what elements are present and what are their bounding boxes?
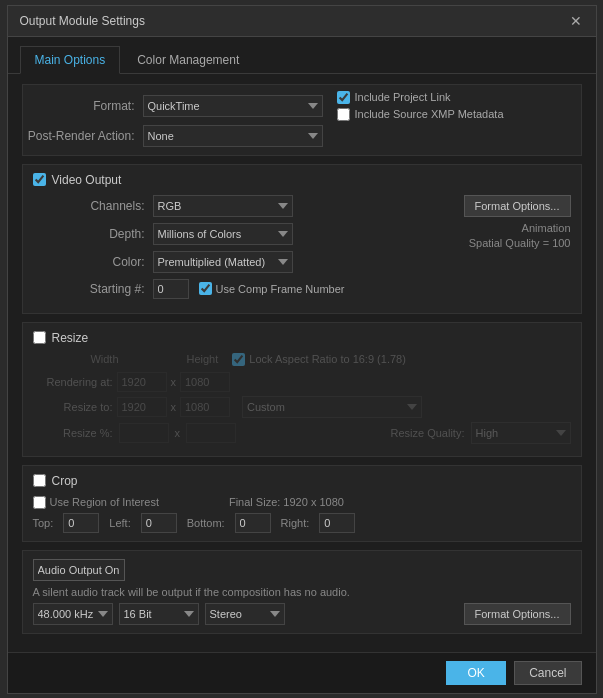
- format-row: Format: QuickTime Include Project Link I…: [23, 91, 581, 121]
- channels-row: Channels: RGB: [33, 195, 411, 217]
- dialog-footer: OK Cancel: [8, 652, 596, 693]
- lock-aspect-label: Lock Aspect Ratio to 16:9 (1.78): [249, 353, 406, 365]
- resize-pct-h-input[interactable]: [186, 423, 236, 443]
- post-render-row: Post-Render Action: None: [23, 125, 581, 147]
- cancel-button[interactable]: Cancel: [514, 661, 581, 685]
- content-area: Format: QuickTime Include Project Link I…: [8, 74, 596, 652]
- format-label: Format:: [23, 99, 143, 113]
- use-comp-frame-label: Use Comp Frame Number: [216, 283, 345, 295]
- audio-format-options-button[interactable]: Format Options...: [464, 603, 571, 625]
- resize-pct-w-input[interactable]: [119, 423, 169, 443]
- use-roi-checkbox[interactable]: [33, 496, 46, 509]
- close-button[interactable]: ✕: [568, 14, 584, 28]
- include-source-xmp-checkbox[interactable]: [337, 108, 350, 121]
- height-label: Height: [187, 353, 219, 365]
- tab-main-options[interactable]: Main Options: [20, 46, 121, 74]
- post-render-select[interactable]: None: [143, 125, 323, 147]
- resize-quality-row: Resize %: x Resize Quality: High: [33, 422, 571, 444]
- channels-select-audio[interactable]: Stereo: [205, 603, 285, 625]
- resize-to-label: Resize to:: [33, 401, 113, 413]
- crop-values-row: Top: Left: Bottom: Right:: [33, 513, 571, 533]
- top-input[interactable]: [63, 513, 99, 533]
- audio-section: Audio Output On A silent audio track wil…: [22, 550, 582, 634]
- dialog-window: Output Module Settings ✕ Main Options Co…: [7, 5, 597, 694]
- color-row: Color: Premultiplied (Matted): [33, 251, 411, 273]
- resize-to-row: Resize to: x Custom: [33, 396, 571, 418]
- starting-input[interactable]: [153, 279, 189, 299]
- width-label: Width: [43, 353, 123, 365]
- resize-quality-select[interactable]: High: [471, 422, 571, 444]
- audio-header: Audio Output On: [33, 559, 571, 581]
- crop-header: Crop: [33, 474, 571, 488]
- resize-label: Resize: [52, 331, 89, 345]
- final-size-label: Final Size: 1920 x 1080: [229, 496, 344, 508]
- x-label-2: x: [171, 401, 177, 413]
- audio-note: A silent audio track will be output if t…: [33, 586, 571, 598]
- resize-section: Resize Width Height Lock Aspect Ratio to…: [22, 322, 582, 457]
- video-output-checkbox[interactable]: [33, 173, 46, 186]
- audio-output-select[interactable]: Audio Output On: [33, 559, 125, 581]
- use-comp-frame-checkbox[interactable]: [199, 282, 212, 295]
- crop-section: Crop Use Region of Interest Final Size: …: [22, 465, 582, 542]
- starting-label: Starting #:: [33, 282, 153, 296]
- resize-checkbox[interactable]: [33, 331, 46, 344]
- include-project-link-row: Include Project Link: [337, 91, 504, 104]
- ok-button[interactable]: OK: [446, 661, 506, 685]
- top-section: Format: QuickTime Include Project Link I…: [22, 84, 582, 156]
- sample-rate-select[interactable]: 48.000 kHz: [33, 603, 113, 625]
- right-label: Right:: [281, 517, 310, 529]
- bit-depth-select[interactable]: 16 Bit: [119, 603, 199, 625]
- tabs-container: Main Options Color Management: [8, 37, 596, 74]
- resize-to-w-input[interactable]: [117, 397, 167, 417]
- color-label: Color:: [33, 255, 153, 269]
- resize-to-h-input[interactable]: [180, 397, 230, 417]
- depth-row: Depth: Millions of Colors: [33, 223, 411, 245]
- right-checks: Include Project Link Include Source XMP …: [337, 91, 504, 121]
- x-label-3: x: [175, 427, 181, 439]
- color-select[interactable]: Premultiplied (Matted): [153, 251, 293, 273]
- use-comp-frame-row: Use Comp Frame Number: [199, 282, 345, 295]
- resize-quality-label: Resize Quality:: [391, 427, 465, 439]
- channels-select[interactable]: RGB: [153, 195, 293, 217]
- use-roi-row: Use Region of Interest: [33, 496, 159, 509]
- format-select[interactable]: QuickTime: [143, 95, 323, 117]
- resize-header: Resize: [33, 331, 571, 345]
- channels-label: Channels:: [33, 199, 153, 213]
- dialog-title: Output Module Settings: [20, 14, 145, 28]
- lock-row: Width Height Lock Aspect Ratio to 16:9 (…: [33, 353, 571, 366]
- left-input[interactable]: [141, 513, 177, 533]
- rendering-at-label: Rendering at:: [33, 376, 113, 388]
- crop-checkbox[interactable]: [33, 474, 46, 487]
- animation-info: Animation Spatial Quality = 100: [469, 221, 571, 252]
- x-label-1: x: [171, 376, 177, 388]
- video-format-options-button[interactable]: Format Options...: [464, 195, 571, 217]
- bottom-input[interactable]: [235, 513, 271, 533]
- audio-controls-row: 48.000 kHz 16 Bit Stereo Format Options.…: [33, 603, 571, 625]
- depth-select[interactable]: Millions of Colors: [153, 223, 293, 245]
- rendering-w-input[interactable]: [117, 372, 167, 392]
- lock-aspect-checkbox[interactable]: [232, 353, 245, 366]
- rendering-at-row: Rendering at: x: [33, 372, 571, 392]
- title-bar: Output Module Settings ✕: [8, 6, 596, 37]
- include-project-link-label: Include Project Link: [355, 91, 451, 103]
- left-label: Left:: [109, 517, 130, 529]
- include-source-xmp-label: Include Source XMP Metadata: [355, 108, 504, 120]
- rendering-h-input[interactable]: [180, 372, 230, 392]
- post-render-label: Post-Render Action:: [23, 129, 143, 143]
- crop-controls-row: Use Region of Interest Final Size: 1920 …: [33, 496, 571, 509]
- depth-label: Depth:: [33, 227, 153, 241]
- video-output-label: Video Output: [52, 173, 122, 187]
- resize-pct-label: Resize %:: [33, 427, 113, 439]
- bottom-label: Bottom:: [187, 517, 225, 529]
- crop-label: Crop: [52, 474, 78, 488]
- include-project-link-checkbox[interactable]: [337, 91, 350, 104]
- top-label: Top:: [33, 517, 54, 529]
- right-input[interactable]: [319, 513, 355, 533]
- resize-preset-select[interactable]: Custom: [242, 396, 422, 418]
- use-roi-label: Use Region of Interest: [50, 496, 159, 508]
- tab-color-management[interactable]: Color Management: [122, 46, 254, 74]
- video-output-header: Video Output: [33, 173, 571, 187]
- video-output-section: Video Output Channels: RGB Depth: Millio…: [22, 164, 582, 314]
- lock-aspect-row: Lock Aspect Ratio to 16:9 (1.78): [232, 353, 406, 366]
- include-source-xmp-row: Include Source XMP Metadata: [337, 108, 504, 121]
